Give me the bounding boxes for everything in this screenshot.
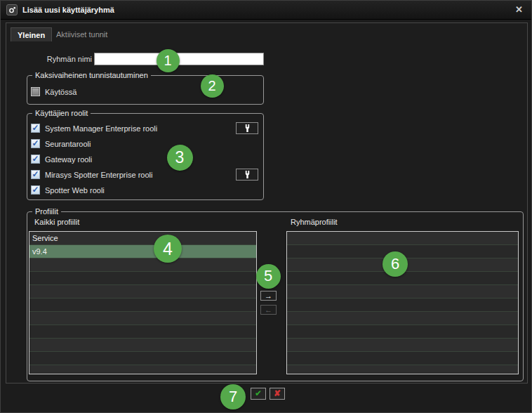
profile-list-empty-row (287, 352, 518, 365)
role-row: ✓Spotter Web rooli (31, 184, 259, 196)
profile-list-empty-row (29, 365, 256, 374)
two-factor-row: Käytössä (31, 87, 259, 96)
profile-list-empty-row (287, 325, 518, 339)
profile-list-empty-row (29, 285, 256, 299)
all-profiles-listbox[interactable]: Servicev9.4 (29, 231, 257, 374)
role-label: Seurantarooli (45, 140, 91, 148)
dialog-window: Lisää uusi käyttäjäryhmä ✕ Yleinen Aktii… (0, 0, 532, 413)
ok-button[interactable]: ✔ (251, 388, 266, 400)
cancel-button[interactable]: ✘ (270, 388, 285, 400)
profile-list-empty-row (287, 285, 518, 299)
profile-list-empty-row (287, 299, 518, 312)
role-checkbox[interactable]: ✓ (31, 124, 40, 133)
tab-yleinen[interactable]: Yleinen (11, 27, 52, 41)
check-icon: ✓ (32, 186, 39, 193)
profile-list-empty-row (287, 312, 518, 325)
profile-list-empty-row (29, 299, 256, 312)
two-factor-groupbox: Kaksivaiheinen tunnistautuminen Käytössä (27, 75, 264, 105)
profile-list-empty-row (29, 312, 256, 325)
role-label: Mirasys Spotter Enterprise rooli (45, 171, 152, 179)
group-name-label: Ryhmän nimi (29, 55, 92, 63)
annotation-badge-4: 4 (154, 235, 182, 263)
profiles-legend: Profiilit (32, 207, 61, 216)
roles-list: ✓System Manager Enterprise rooli✓Seurant… (31, 122, 259, 199)
annotation-badge-2: 2 (201, 74, 224, 98)
check-icon: ✓ (32, 124, 39, 131)
role-label: Gateway rooli (45, 155, 92, 164)
role-settings-button[interactable] (236, 122, 258, 134)
move-right-button[interactable]: → (260, 291, 277, 301)
profile-list-empty-row (29, 339, 256, 352)
role-row: ✓Mirasys Spotter Enterprise rooli (31, 169, 259, 181)
profile-list-empty-row (287, 365, 518, 374)
annotation-badge-5: 5 (256, 264, 281, 289)
role-row: ✓System Manager Enterprise rooli (31, 122, 259, 134)
profile-list-empty-row (287, 339, 518, 352)
roles-legend: Käyttäjien roolit (32, 109, 91, 118)
annotation-badge-3: 3 (167, 145, 193, 171)
check-icon: ✓ (32, 171, 39, 178)
profile-list-empty-row (287, 232, 518, 245)
wrench-icon (244, 124, 251, 133)
all-profiles-label: Kaikki profiilit (34, 218, 79, 226)
role-checkbox[interactable]: ✓ (31, 139, 40, 148)
annotation-badge-7: 7 (220, 384, 246, 409)
profile-list-item[interactable]: v9.4 (29, 245, 256, 258)
tab-aktiiviset-tunnit[interactable]: Aktiiviset tunnit (50, 27, 114, 41)
annotation-badge-6: 6 (383, 251, 408, 277)
annotation-badge-1: 1 (157, 49, 180, 72)
check-icon: ✓ (32, 155, 39, 162)
group-profiles-listbox[interactable] (286, 231, 519, 374)
role-checkbox[interactable]: ✓ (31, 185, 40, 195)
profile-list-empty-row (29, 352, 256, 365)
window-title: Lisää uusi käyttäjäryhmä (22, 6, 114, 14)
role-label: System Manager Enterprise rooli (45, 124, 157, 133)
group-profiles-label: Ryhmäprofiilit (291, 218, 338, 226)
role-row: ✓Seurantarooli (31, 138, 259, 150)
titlebar: Lisää uusi käyttäjäryhmä ✕ (1, 1, 531, 20)
role-row: ✓Gateway rooli (31, 153, 259, 165)
app-icon (6, 4, 18, 15)
role-label: Spotter Web rooli (45, 186, 105, 195)
wrench-icon (244, 170, 251, 179)
two-factor-legend: Kaksivaiheinen tunnistautuminen (32, 71, 151, 80)
roles-groupbox: Käyttäjien roolit ✓System Manager Enterp… (27, 113, 264, 200)
profile-list-empty-row (29, 325, 256, 339)
move-left-button[interactable]: ← (260, 305, 277, 315)
role-settings-button[interactable] (236, 169, 258, 181)
profile-list-empty-row (29, 258, 256, 272)
close-icon[interactable]: ✕ (515, 4, 523, 15)
gear-icon (8, 6, 16, 14)
check-icon: ✓ (32, 140, 39, 147)
role-checkbox[interactable]: ✓ (31, 170, 40, 179)
two-factor-checkbox-label: Käytössä (45, 88, 77, 96)
two-factor-checkbox[interactable] (31, 87, 40, 96)
role-checkbox[interactable]: ✓ (31, 155, 40, 164)
profile-list-empty-row (29, 272, 256, 285)
profile-list-item[interactable]: Service (29, 232, 256, 245)
